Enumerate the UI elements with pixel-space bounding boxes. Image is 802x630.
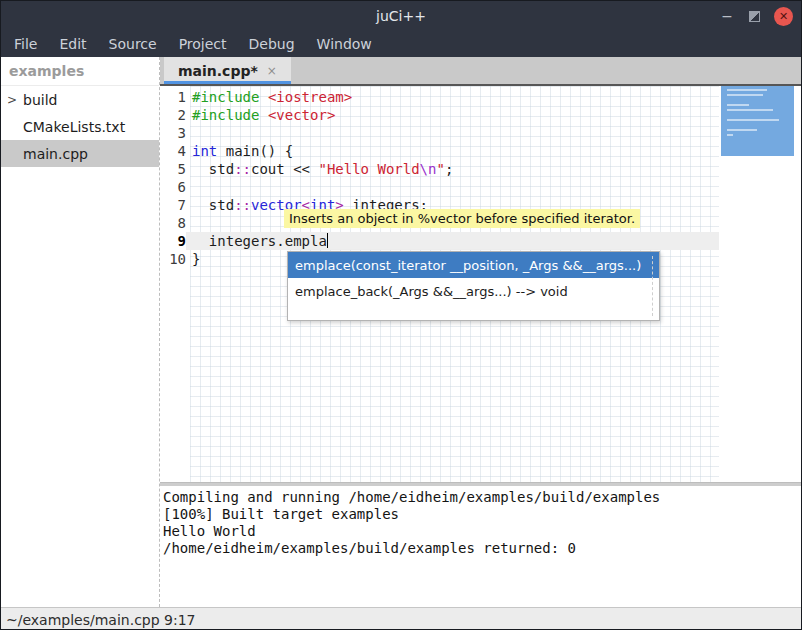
token-plain: }: [192, 251, 200, 267]
line-content: integers.empla: [186, 232, 720, 250]
menu-edit[interactable]: Edit: [48, 31, 97, 57]
code-line-5[interactable]: 5 std::cout << "Hello World\n";: [160, 160, 720, 178]
token-escape: \n: [420, 161, 437, 177]
line-number: 2: [160, 106, 186, 124]
output-line: Compiling and running /home/eidheim/exam…: [163, 489, 801, 506]
code-line-1[interactable]: 1#include <iostream>: [160, 88, 720, 106]
popup-scrollbar[interactable]: [652, 256, 653, 316]
line-content: int main() {: [186, 142, 720, 160]
minimap-line: [727, 104, 749, 106]
window-title: juCi++: [1, 8, 801, 24]
menu-debug[interactable]: Debug: [238, 31, 306, 57]
maximize-button[interactable]: [749, 11, 760, 22]
tab-close-icon[interactable]: ×: [267, 64, 277, 78]
editor-column: main.cpp* × 1#include <iostream>2#includ…: [160, 57, 801, 607]
token-plain: ;: [445, 161, 453, 177]
minimap-line: [727, 94, 763, 96]
menu-window[interactable]: Window: [306, 31, 383, 57]
line-number: 8: [160, 214, 186, 232]
token-plain: [259, 107, 267, 123]
token-plain: main() {: [217, 143, 293, 159]
line-content: [186, 124, 720, 142]
line-number: 5: [160, 160, 186, 178]
token-plain: [259, 89, 267, 105]
token-directive: #include: [192, 89, 259, 105]
token-punct: ::: [234, 161, 251, 177]
code-line-2[interactable]: 2#include <vector>: [160, 106, 720, 124]
line-content: #include <vector>: [186, 106, 720, 124]
token-string: ": [436, 161, 444, 177]
close-button[interactable]: ✕: [774, 7, 793, 26]
code-editor[interactable]: 1#include <iostream>2#include <vector>34…: [160, 86, 801, 482]
line-content: std::cout << "Hello World\n";: [186, 160, 720, 178]
tab-main-cpp[interactable]: main.cpp* ×: [164, 57, 291, 84]
menu-file[interactable]: File: [3, 31, 48, 57]
token-plain: std: [192, 161, 234, 177]
title-bar: juCi++ − ✕: [1, 1, 801, 31]
token-plain: std: [192, 197, 234, 213]
line-number: 7: [160, 196, 186, 214]
minimap-line: [727, 129, 757, 131]
file-label: main.cpp: [23, 146, 88, 162]
code-lines: 1#include <iostream>2#include <vector>34…: [160, 88, 720, 268]
line-number: 6: [160, 178, 186, 196]
autocomplete-popup: emplace(const_iterator __position, _Args…: [287, 251, 660, 321]
token-header: <iostream>: [268, 89, 352, 105]
completion-item[interactable]: emplace(const_iterator __position, _Args…: [288, 252, 659, 278]
token-plain: integers.empla: [192, 233, 327, 249]
file-tree-sidebar: examples >buildCMakeLists.txtmain.cpp: [1, 57, 160, 607]
minimap[interactable]: [719, 86, 801, 482]
minimize-button[interactable]: −: [719, 8, 735, 24]
file-label: build: [23, 92, 57, 108]
token-plain: cout <<: [251, 161, 318, 177]
project-name-header: examples: [1, 57, 159, 86]
token-punct: ::: [234, 197, 251, 213]
minimap-line: [727, 119, 779, 121]
line-content: #include <iostream>: [186, 88, 720, 106]
minimap-line: [727, 134, 733, 136]
token-directive: #include: [192, 107, 259, 123]
status-bar: ~/examples/main.cpp 9:17: [1, 607, 801, 630]
code-line-9[interactable]: 9 integers.empla: [160, 232, 720, 250]
minimap-line: [727, 109, 773, 111]
tab-label: main.cpp*: [178, 63, 258, 79]
output-line: [100%] Built target examples: [163, 506, 801, 523]
menu-project[interactable]: Project: [168, 31, 238, 57]
sidebar-item-main-cpp[interactable]: main.cpp: [1, 140, 159, 167]
menu-source[interactable]: Source: [98, 31, 168, 57]
line-number: 10: [160, 250, 186, 268]
line-number: 9: [160, 232, 186, 250]
line-number: 1: [160, 88, 186, 106]
token-keyword: int: [192, 143, 217, 159]
token-string: "Hello World: [318, 161, 419, 177]
completion-item[interactable]: emplace_back(_Args &&__args...) --> void: [288, 278, 659, 304]
expander-icon[interactable]: >: [1, 93, 23, 107]
output-line: Hello World: [163, 523, 801, 540]
text-cursor: [327, 233, 328, 248]
sidebar-item-build[interactable]: >build: [1, 86, 159, 113]
tab-strip: main.cpp* ×: [160, 57, 801, 86]
file-label: CMakeLists.txt: [23, 119, 125, 135]
main-area: examples >buildCMakeLists.txtmain.cpp ma…: [1, 57, 801, 607]
line-number: 4: [160, 142, 186, 160]
menu-bar: FileEditSourceProjectDebugWindow: [1, 31, 801, 57]
code-line-4[interactable]: 4int main() {: [160, 142, 720, 160]
status-file-position: ~/examples/main.cpp 9:17: [6, 612, 196, 628]
window-controls: − ✕: [719, 1, 793, 31]
line-content: [186, 178, 720, 196]
build-output-panel: Compiling and running /home/eidheim/exam…: [160, 486, 801, 607]
line-number: 3: [160, 124, 186, 142]
doc-tooltip: Inserts an object in %vector before spec…: [284, 209, 640, 228]
output-line: /home/eidheim/examples/build/examples re…: [163, 540, 801, 557]
minimap-line: [727, 89, 767, 91]
minimap-viewport[interactable]: [721, 86, 794, 156]
code-line-6[interactable]: 6: [160, 178, 720, 196]
code-line-3[interactable]: 3: [160, 124, 720, 142]
token-header: <vector>: [268, 107, 335, 123]
sidebar-item-cmakelists-txt[interactable]: CMakeLists.txt: [1, 113, 159, 140]
file-tree: >buildCMakeLists.txtmain.cpp: [1, 86, 159, 167]
active-tab-underline: [164, 81, 291, 84]
